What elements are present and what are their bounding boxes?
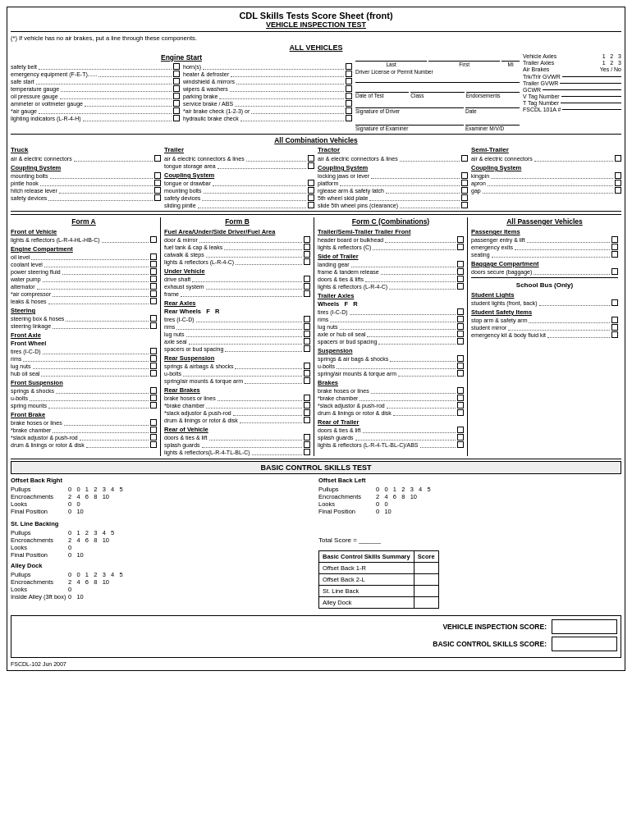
table-row: Alley Dock — [319, 597, 439, 609]
combinations-grid: Truck air & electric connectors Coupling… — [11, 146, 621, 209]
looks-label: Looks — [11, 586, 68, 593]
trailer-wheels-sub: Wheels F R — [318, 300, 464, 308]
fuel-area-title: Fuel Area/Under/Side Driver/Fuel Area — [164, 228, 310, 235]
offset-back-left: Offset Back Left Pullups 0 0 1 2 3 4 5 E… — [318, 477, 621, 515]
fscdl-line[interactable] — [562, 109, 621, 110]
list-item: spring mounts — [11, 402, 157, 409]
list-item: 5th wheel skid plate — [318, 194, 468, 201]
list-item: u-bolts — [318, 363, 464, 369]
st-line-back-label: St. Line Back — [319, 586, 414, 597]
list-item: header board or bulkhead — [318, 236, 464, 243]
gcwr-line[interactable] — [543, 89, 621, 90]
front-brake-title: Front Brake — [11, 411, 157, 418]
last-name-line[interactable] — [355, 53, 427, 62]
sig-driver-line[interactable] — [355, 100, 464, 108]
examiner-row: Signature of Examiner Examiner M/V/D — [355, 117, 520, 131]
list-item: *brake chamber — [11, 427, 157, 433]
table-row: Looks 0 — [11, 586, 123, 593]
coupling-system-semi-title: Coupling System — [471, 164, 621, 171]
list-item: *brake chamber — [318, 395, 464, 401]
list-item: horn(s) — [183, 63, 352, 70]
list-item: landing gear — [318, 261, 464, 267]
tractor-title: Tractor — [318, 146, 468, 153]
table-row: St. Line Back — [319, 586, 439, 597]
list-item: lights & reflectors (L-R-4-TL-BL-C)/ABS — [318, 441, 464, 448]
list-item: lights & reflectors (L-R-4-HL-HB-C) — [11, 236, 157, 243]
list-item: safety devices — [164, 194, 314, 201]
class-label: Class — [410, 93, 464, 98]
sig-date-line[interactable] — [465, 100, 520, 108]
trailer-axles-title: Trailer Axles — [318, 292, 464, 299]
date-line[interactable] — [355, 84, 409, 93]
vehicle-axles-numbers: 1 2 3 — [602, 53, 621, 59]
sig-date-field: Date — [465, 100, 520, 114]
trk-trlr-line[interactable] — [562, 76, 621, 77]
trailer-axles-row: Trailer Axles 1 2 3 — [523, 60, 621, 66]
title-section: CDL Skills Tests Score Sheet (front) VEH… — [11, 11, 621, 32]
examiner-mvd-line[interactable] — [465, 117, 520, 126]
list-item: tires (I-C-D) — [164, 316, 310, 322]
offset-1r-score[interactable] — [414, 563, 438, 574]
alley-dock-score[interactable] — [414, 597, 438, 609]
air-brakes-label: Air Brakes — [523, 66, 549, 72]
class-line[interactable] — [410, 84, 464, 93]
passenger-col: All Passenger Vehicles Passenger Items p… — [471, 217, 621, 456]
steering-title: Steering — [11, 307, 157, 314]
rear-suspension-title: Rear Suspension — [164, 354, 310, 362]
trailer-gvwr-line[interactable] — [560, 83, 621, 84]
list-item: mounting bolts — [164, 187, 314, 194]
offset-2l-score[interactable] — [414, 574, 438, 586]
list-item: brake hoses or lines — [318, 387, 464, 394]
gcwr-row: GCWR — [523, 87, 621, 93]
examiner-mvd-label: Examiner M/V/D — [465, 126, 520, 131]
t-tag-line[interactable] — [561, 103, 621, 103]
basic-control-top-grid: Offset Back Right Pullups 0 0 1 2 3 4 5 … — [11, 477, 621, 515]
sig-examiner-line[interactable] — [355, 117, 464, 126]
license-line[interactable] — [355, 75, 520, 83]
list-item: brake hoses or lines — [11, 419, 157, 426]
list-item: spring/air mounts & torque arm — [318, 370, 464, 377]
list-item: lights & reflectors (L-R-4-C) — [318, 283, 464, 290]
encroach-label: Encroachments — [11, 578, 68, 586]
engine-start-cols: safety belt emergency equipment (F-E-T).… — [11, 63, 352, 122]
list-item: stop arm & safety arm — [471, 317, 618, 323]
truck-col: Truck air & electric connectors Coupling… — [11, 146, 161, 209]
trailer-front-title: Trailer/Semi-Trailer Trailer Front — [318, 228, 464, 235]
basic-control-score-box[interactable] — [552, 637, 617, 651]
table-row: Looks 0 — [11, 544, 114, 551]
pullups-label: Pullups — [11, 529, 68, 536]
coupling-system-tractor-title: Coupling System — [318, 164, 468, 171]
offset-left-label: Offset Back Left — [318, 477, 621, 484]
form-a-title: Form A — [11, 217, 157, 226]
form-c-title: Form C (Combinations) — [318, 217, 464, 226]
trailer-axles-numbers: 1 2 3 — [602, 60, 621, 66]
table-row: Final Position 0 10 — [318, 508, 431, 515]
mi-line[interactable] — [501, 53, 520, 62]
list-item: *slack adjustor & push-rod — [11, 434, 157, 441]
list-item: hitch release lever — [11, 187, 161, 194]
vehicle-inspection-score-box[interactable] — [552, 619, 617, 634]
sig-driver-field: Signature of Driver — [355, 100, 464, 114]
first-name-line[interactable] — [428, 53, 500, 62]
list-item: steering linkage — [11, 322, 157, 329]
list-item: gap — [471, 187, 621, 194]
list-item: temperature gauge — [11, 85, 180, 92]
final-pos-label: Final Position — [318, 508, 376, 515]
st-line-score[interactable] — [414, 586, 438, 597]
suspension-title: Suspension — [318, 347, 464, 354]
pullups-label: Pullups — [11, 486, 68, 493]
looks-label: Looks — [318, 500, 376, 508]
fscdl-row: FSCDL 101A # — [523, 107, 621, 112]
list-item: leaks & hoses — [11, 298, 157, 304]
v-tag-line[interactable] — [561, 96, 621, 97]
list-item: splash guards — [318, 434, 464, 441]
endorsements-label: Endorsements — [466, 93, 520, 98]
trailer-axles-label: Trailer Axles — [523, 60, 554, 66]
semi-trailer-col: Semi-Trailer air & electric connectors C… — [471, 146, 621, 209]
rear-of-trailer-title: Rear of Trailer — [318, 418, 464, 426]
endorsements-field: Endorsements — [466, 84, 520, 98]
endorsements-line[interactable] — [466, 84, 520, 93]
engine-start-left: safety belt emergency equipment (F-E-T).… — [11, 63, 180, 122]
form-b-col: Form B Fuel Area/Under/Side Driver/Fuel … — [164, 217, 314, 456]
basic-control-final-label: BASIC CONTROL SKILLS SCORE: — [15, 640, 552, 648]
